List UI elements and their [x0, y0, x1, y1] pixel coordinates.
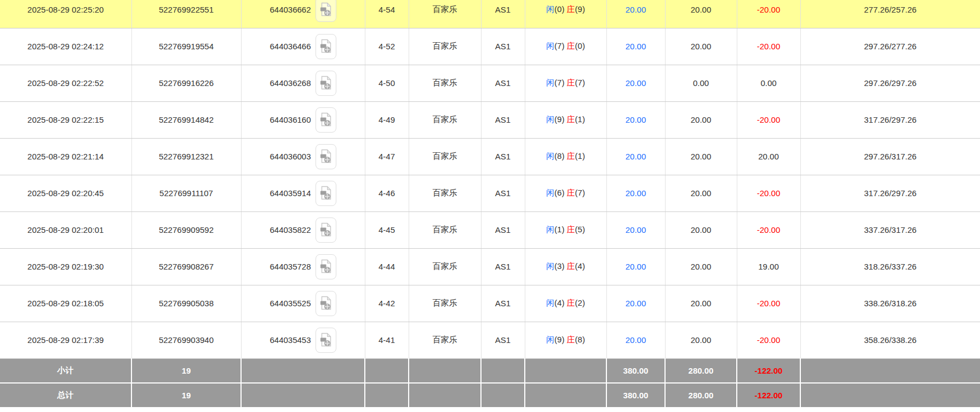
game-number: 644035453: [270, 335, 311, 345]
banker-label: 庄: [567, 78, 575, 87]
video-icon: [320, 2, 332, 17]
player-score: (4): [554, 298, 564, 307]
bet-amount: 20.00: [606, 101, 665, 138]
banker-score: (2): [575, 298, 585, 307]
balance: 338.26/318.26: [800, 285, 980, 322]
video-replay-button[interactable]: [316, 0, 336, 22]
banker-score: (9): [575, 4, 585, 14]
video-icon: [320, 76, 332, 90]
game-number-cell: 644036268: [241, 65, 365, 101]
valid-amount: 20.00: [665, 211, 737, 248]
video-replay-button[interactable]: [316, 71, 336, 96]
game-type: 百家乐: [409, 175, 481, 211]
valid-amount: 20.00: [665, 0, 737, 28]
video-icon: [320, 259, 332, 274]
valid-amount: 20.00: [665, 248, 737, 285]
win-loss-amount: 0.00: [737, 65, 800, 101]
balance: 297.26/297.26: [800, 65, 980, 101]
video-replay-button[interactable]: [316, 34, 336, 59]
video-icon: [320, 149, 332, 164]
bet-amount: 20.00: [606, 28, 665, 65]
video-replay-button[interactable]: [316, 254, 336, 279]
game-type: 百家乐: [409, 138, 481, 175]
table-row[interactable]: 2025-08-29 02:20:01 522769909592 6440358…: [0, 211, 980, 248]
summary-label: 总计: [0, 383, 131, 408]
order-number: 522769922551: [131, 0, 241, 28]
order-number: 522769916226: [131, 65, 241, 101]
order-number: 522769903940: [131, 322, 241, 358]
win-loss-amount: -20.00: [737, 28, 800, 65]
bet-amount: 20.00: [606, 248, 665, 285]
video-replay-button[interactable]: [316, 181, 336, 206]
balance: 317.26/297.26: [800, 175, 980, 211]
table-row[interactable]: 2025-08-29 02:21:14 522769912321 6440360…: [0, 138, 980, 175]
game-type: 百家乐: [409, 65, 481, 101]
player-score: (7): [554, 41, 564, 50]
video-replay-button[interactable]: [316, 328, 336, 353]
banker-label: 庄: [567, 225, 575, 234]
video-replay-button[interactable]: [316, 144, 336, 169]
bet-time: 2025-08-29 02:17:39: [0, 322, 131, 358]
result-cell: 闲(4) 庄(2): [525, 285, 606, 322]
order-number: 522769919554: [131, 28, 241, 65]
round-number: 4-44: [365, 248, 409, 285]
video-icon: [320, 39, 332, 54]
game-number-cell: 644035453: [241, 322, 365, 358]
table-row[interactable]: 2025-08-29 02:25:20 522769922551 6440366…: [0, 0, 980, 28]
player-score: (6): [554, 188, 564, 197]
video-replay-button[interactable]: [316, 218, 336, 243]
round-number: 4-54: [365, 0, 409, 28]
game-number: 644036466: [270, 42, 311, 51]
game-number-cell: 644035728: [241, 248, 365, 285]
table-row[interactable]: 2025-08-29 02:22:52 522769916226 6440362…: [0, 65, 980, 101]
table-row[interactable]: 2025-08-29 02:17:39 522769903940 6440354…: [0, 322, 980, 358]
result-cell: 闲(9) 庄(8): [525, 322, 606, 358]
player-label: 闲: [546, 78, 554, 87]
video-replay-button[interactable]: [316, 107, 336, 133]
table-name: AS1: [481, 138, 525, 175]
bet-amount: 20.00: [606, 211, 665, 248]
player-label: 闲: [546, 188, 554, 197]
summary-win-loss-total: -122.00: [737, 383, 800, 408]
banker-label: 庄: [567, 151, 575, 161]
player-score: (3): [554, 261, 564, 271]
summary-bet-total: 380.00: [606, 383, 665, 408]
player-score: (1): [554, 225, 564, 234]
order-number: 522769914842: [131, 101, 241, 138]
valid-amount: 20.00: [665, 28, 737, 65]
round-number: 4-46: [365, 175, 409, 211]
banker-score: (0): [575, 41, 585, 50]
table-row[interactable]: 2025-08-29 02:22:15 522769914842 6440361…: [0, 101, 980, 138]
player-label: 闲: [546, 115, 554, 124]
table-row[interactable]: 2025-08-29 02:20:45 522769911107 6440359…: [0, 175, 980, 211]
bet-time: 2025-08-29 02:25:20: [0, 0, 131, 28]
game-type: 百家乐: [409, 285, 481, 322]
player-label: 闲: [546, 335, 554, 344]
result-cell: 闲(3) 庄(4): [525, 248, 606, 285]
bet-time: 2025-08-29 02:20:45: [0, 175, 131, 211]
banker-label: 庄: [567, 41, 575, 50]
bet-amount: 20.00: [606, 322, 665, 358]
game-number-cell: 644035914: [241, 175, 365, 211]
summary-win-loss-total: -122.00: [737, 358, 800, 383]
game-number: 644036003: [270, 152, 311, 161]
game-number-cell: 644035525: [241, 285, 365, 322]
balance: 297.26/277.26: [800, 28, 980, 65]
game-number: 644035728: [270, 262, 311, 271]
video-replay-button[interactable]: [316, 291, 336, 316]
player-label: 闲: [546, 4, 554, 14]
table-row[interactable]: 2025-08-29 02:18:05 522769905038 6440355…: [0, 285, 980, 322]
bet-time: 2025-08-29 02:20:01: [0, 211, 131, 248]
game-number: 644035822: [270, 225, 311, 234]
player-label: 闲: [546, 225, 554, 234]
table-row[interactable]: 2025-08-29 02:24:12 522769919554 6440364…: [0, 28, 980, 65]
balance: 358.26/338.26: [800, 322, 980, 358]
banker-score: (1): [575, 115, 585, 124]
bet-time: 2025-08-29 02:19:30: [0, 248, 131, 285]
order-number: 522769905038: [131, 285, 241, 322]
balance: 277.26/257.26: [800, 0, 980, 28]
result-cell: 闲(7) 庄(7): [525, 65, 606, 101]
table-name: AS1: [481, 175, 525, 211]
table-row[interactable]: 2025-08-29 02:19:30 522769908267 6440357…: [0, 248, 980, 285]
bet-time: 2025-08-29 02:22:52: [0, 65, 131, 101]
